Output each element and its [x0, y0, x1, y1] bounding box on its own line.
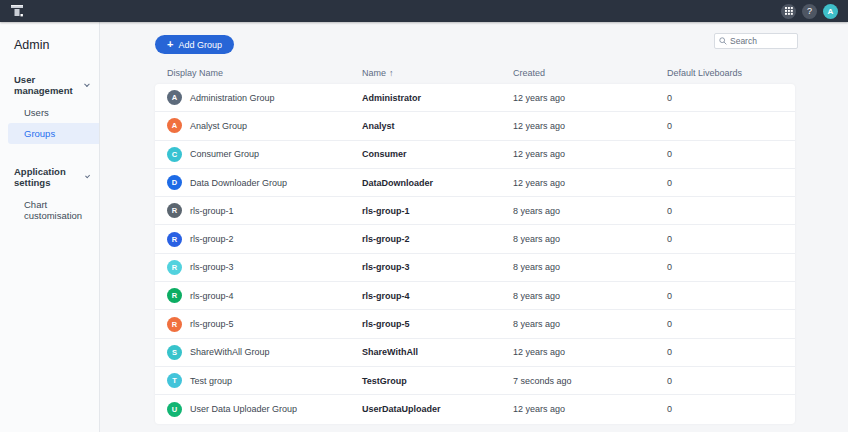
table-row[interactable]: Rrls-group-1rls-group-18 years ago0	[155, 197, 795, 225]
section-label: Application settings	[14, 166, 86, 188]
group-display-name: ShareWithAll Group	[190, 347, 270, 357]
created-cell: 12 years ago	[513, 121, 667, 131]
display-name-cell: AAnalyst Group	[167, 118, 362, 133]
chevron-down-icon	[85, 81, 90, 86]
created-cell: 8 years ago	[513, 234, 667, 244]
sidebar-item-groups[interactable]: Groups	[8, 123, 99, 144]
groups-table: Display Name Name ↑ Created Default Live…	[155, 62, 795, 424]
created-cell: 12 years ago	[513, 178, 667, 188]
default-liveboards-cell: 0	[667, 291, 795, 301]
default-liveboards-cell: 0	[667, 121, 795, 131]
group-name-cell: rls-group-2	[362, 234, 513, 244]
search-box[interactable]	[714, 33, 798, 49]
sidebar-section-user-management: User management Users Groups	[0, 68, 99, 144]
table-header-row: Display Name Name ↑ Created Default Live…	[155, 62, 795, 84]
groups-main-panel: + Add Group Display Name Name ↑ Created …	[100, 22, 848, 432]
table-row[interactable]: Rrls-group-5rls-group-58 years ago0	[155, 310, 795, 338]
group-name-cell: DataDownloader	[362, 178, 513, 188]
sidebar-section-header-user-management[interactable]: User management	[0, 68, 99, 102]
group-display-name: rls-group-4	[190, 291, 234, 301]
default-liveboards-cell: 0	[667, 178, 795, 188]
display-name-cell: UUser Data Uploader Group	[167, 402, 362, 417]
column-header-default-liveboards[interactable]: Default Liveboards	[667, 68, 795, 78]
table-row[interactable]: Rrls-group-3rls-group-38 years ago0	[155, 254, 795, 282]
group-avatar: A	[167, 118, 182, 133]
group-avatar: T	[167, 373, 182, 388]
group-name-cell: ShareWithAll	[362, 347, 513, 357]
table-row[interactable]: AAdministration GroupAdministrator12 yea…	[155, 84, 795, 112]
default-liveboards-cell: 0	[667, 347, 795, 357]
group-avatar: R	[167, 203, 182, 218]
search-icon	[719, 37, 727, 45]
display-name-cell: Rrls-group-1	[167, 203, 362, 218]
sidebar-section-header-application-settings[interactable]: Application settings	[0, 160, 99, 194]
column-header-display-name[interactable]: Display Name	[167, 68, 362, 78]
created-cell: 12 years ago	[513, 347, 667, 357]
section-label: User management	[14, 74, 85, 96]
sidebar-section-application-settings: Application settings Chart customisation	[0, 160, 99, 226]
group-display-name: Data Downloader Group	[190, 178, 287, 188]
created-cell: 7 seconds ago	[513, 376, 667, 386]
group-name-cell: rls-group-5	[362, 319, 513, 329]
table-row[interactable]: UUser Data Uploader GroupUserDataUploade…	[155, 395, 795, 423]
column-header-created[interactable]: Created	[513, 68, 667, 78]
display-name-cell: Rrls-group-3	[167, 260, 362, 275]
column-header-name[interactable]: Name ↑	[362, 68, 513, 78]
group-display-name: rls-group-2	[190, 234, 234, 244]
plus-icon: +	[167, 39, 173, 50]
group-avatar: R	[167, 288, 182, 303]
table-row[interactable]: CConsumer GroupConsumer12 years ago0	[155, 141, 795, 169]
group-display-name: Analyst Group	[190, 121, 247, 131]
default-liveboards-cell: 0	[667, 319, 795, 329]
display-name-cell: TTest group	[167, 373, 362, 388]
default-liveboards-cell: 0	[667, 404, 795, 414]
thoughtspot-logo-icon	[10, 4, 26, 18]
group-avatar: R	[167, 232, 182, 247]
table-row[interactable]: AAnalyst GroupAnalyst12 years ago0	[155, 112, 795, 140]
group-avatar: U	[167, 402, 182, 417]
group-name-cell: rls-group-3	[362, 262, 513, 272]
group-name-cell: Administrator	[362, 93, 513, 103]
thoughtspot-logo[interactable]	[10, 4, 26, 18]
group-avatar: S	[167, 345, 182, 360]
group-display-name: rls-group-1	[190, 206, 234, 216]
table-row[interactable]: Rrls-group-4rls-group-48 years ago0	[155, 282, 795, 310]
add-group-label: Add Group	[178, 40, 222, 50]
created-cell: 8 years ago	[513, 291, 667, 301]
search-input[interactable]	[730, 36, 790, 46]
group-display-name: rls-group-5	[190, 319, 234, 329]
sidebar-item-chart-customisation[interactable]: Chart customisation	[0, 194, 99, 226]
group-display-name: User Data Uploader Group	[190, 404, 297, 414]
default-liveboards-cell: 0	[667, 93, 795, 103]
default-liveboards-cell: 0	[667, 376, 795, 386]
group-avatar: R	[167, 260, 182, 275]
top-navigation-bar: ? A	[0, 0, 848, 22]
created-cell: 12 years ago	[513, 149, 667, 159]
group-display-name: Consumer Group	[190, 149, 259, 159]
help-icon[interactable]: ?	[802, 4, 817, 19]
group-avatar: C	[167, 147, 182, 162]
created-cell: 8 years ago	[513, 206, 667, 216]
apps-grid-icon[interactable]	[781, 4, 796, 19]
display-name-cell: CConsumer Group	[167, 147, 362, 162]
table-row[interactable]: Rrls-group-2rls-group-28 years ago0	[155, 225, 795, 253]
default-liveboards-cell: 0	[667, 262, 795, 272]
group-display-name: rls-group-3	[190, 262, 234, 272]
created-cell: 8 years ago	[513, 319, 667, 329]
default-liveboards-cell: 0	[667, 149, 795, 159]
sidebar-item-users[interactable]: Users	[0, 102, 99, 123]
group-display-name: Test group	[190, 376, 232, 386]
table-row[interactable]: SShareWithAll GroupShareWithAll12 years …	[155, 339, 795, 367]
display-name-cell: DData Downloader Group	[167, 175, 362, 190]
display-name-cell: SShareWithAll Group	[167, 345, 362, 360]
add-group-button[interactable]: + Add Group	[155, 35, 234, 54]
page-title: Admin	[0, 22, 99, 52]
display-name-cell: AAdministration Group	[167, 90, 362, 105]
created-cell: 12 years ago	[513, 404, 667, 414]
user-avatar[interactable]: A	[823, 4, 838, 19]
group-display-name: Administration Group	[190, 93, 275, 103]
table-row[interactable]: DData Downloader GroupDataDownloader12 y…	[155, 169, 795, 197]
group-avatar: A	[167, 90, 182, 105]
display-name-cell: Rrls-group-4	[167, 288, 362, 303]
table-row[interactable]: TTest groupTestGroup7 seconds ago0	[155, 367, 795, 395]
